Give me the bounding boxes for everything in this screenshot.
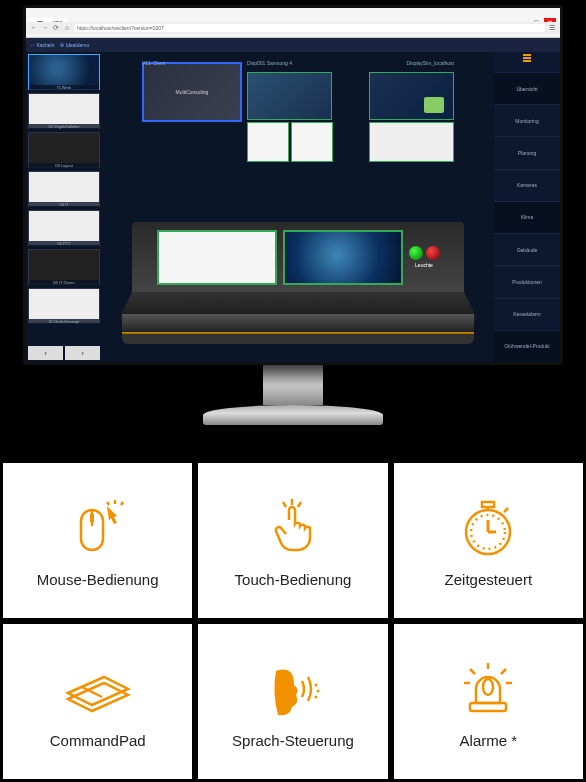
back-icon[interactable]: ← xyxy=(30,24,38,32)
stack-icon xyxy=(523,54,531,56)
sidebar-item-productions[interactable]: Produktionen xyxy=(494,265,560,297)
thumb-next-button[interactable]: › xyxy=(65,346,100,360)
svg-line-23 xyxy=(470,669,475,674)
thumb-item[interactable]: 06 IT Green xyxy=(28,249,100,285)
mouse-icon xyxy=(63,493,133,563)
svg-point-20 xyxy=(483,679,493,695)
monitor-mockup: JPerc XM — □ ✕ ← → ⟳ ⌂ https://localhost… xyxy=(0,0,586,460)
video-wall: V11-Client MultiConsoling Disp001 Samsun… xyxy=(142,62,454,182)
feature-touch: Touch-Bedienung xyxy=(198,463,387,618)
svg-rect-21 xyxy=(470,703,506,711)
thumb-item[interactable]: 03 Layout xyxy=(28,132,100,168)
reload-icon[interactable]: ⟳ xyxy=(52,24,60,32)
thumb-item[interactable]: 04 IT xyxy=(28,171,100,207)
panel-title: V11-Client xyxy=(142,60,165,66)
svg-line-8 xyxy=(298,502,301,507)
display-panel[interactable] xyxy=(247,122,289,162)
control-desk: Leuchte xyxy=(132,222,464,342)
monitor-stand-base xyxy=(203,405,383,425)
voice-icon xyxy=(258,654,328,724)
desk-screen-left[interactable] xyxy=(157,230,277,285)
nav-mode-link[interactable]: ⟱ Idealdemo xyxy=(60,42,89,48)
sidebar-item-climate[interactable]: Klima xyxy=(494,201,560,233)
stack-icon xyxy=(523,57,531,59)
desk-screen-right[interactable] xyxy=(283,230,403,285)
feature-label: Sprach-Steuerung xyxy=(232,732,354,749)
sb-icon-stack xyxy=(494,52,560,72)
desk-monitors: Leuchte xyxy=(132,222,464,292)
sticky-note-icon[interactable] xyxy=(424,97,444,113)
panel-title: Disp001 Samsung 4 xyxy=(247,60,292,66)
sidebar-item-cameras[interactable]: Kameras xyxy=(494,169,560,201)
sidebar-item-overview[interactable]: Übersicht xyxy=(494,72,560,104)
svg-point-17 xyxy=(314,684,317,687)
feature-alarm: Alarme * xyxy=(394,624,583,779)
feature-voice: Sprach-Steuerung xyxy=(198,624,387,779)
svg-line-24 xyxy=(501,669,506,674)
features-grid: Mouse-Bedienung Touch-Bedienung Zeitgest… xyxy=(0,460,586,782)
tablet-stack-icon xyxy=(60,654,136,724)
sidebar-item-alarm[interactable]: Kesselalarm xyxy=(494,298,560,330)
brand-label: MultiConsoling xyxy=(176,89,209,95)
green-light-icon[interactable] xyxy=(409,246,423,260)
stopwatch-icon xyxy=(456,493,520,563)
thumb-item[interactable]: IT-Werk xyxy=(28,54,100,90)
svg-line-15 xyxy=(504,508,508,512)
red-light-icon[interactable] xyxy=(426,246,440,260)
sidebar-item-planning[interactable]: Planung xyxy=(494,136,560,168)
sidebar-item-building[interactable]: Gebäude xyxy=(494,233,560,265)
svg-line-6 xyxy=(283,502,286,507)
workspace: V11-Client MultiConsoling Disp001 Samsun… xyxy=(102,52,494,362)
display-panel[interactable] xyxy=(369,122,454,162)
home-icon[interactable]: ⌂ xyxy=(63,24,71,32)
svg-rect-13 xyxy=(482,502,494,507)
feature-label: Mouse-Bedienung xyxy=(37,571,159,588)
sidebar-left: IT-Werk 02 Vogel-Kollekte 03 Layout 04 I… xyxy=(26,52,102,362)
display-panel[interactable] xyxy=(291,122,333,162)
sidebar-right: Übersicht Monitoring Planung Kameras Kli… xyxy=(494,52,560,362)
feature-label: Alarme * xyxy=(460,732,518,749)
feature-mouse: Mouse-Bedienung xyxy=(3,463,192,618)
app-body: IT-Werk 02 Vogel-Kollekte 03 Layout 04 I… xyxy=(26,52,560,362)
thumb-prev-button[interactable]: ‹ xyxy=(28,346,63,360)
feature-commandpad: CommandPad xyxy=(3,624,192,779)
siren-icon xyxy=(456,654,520,724)
feature-label: CommandPad xyxy=(50,732,146,749)
forward-icon[interactable]: → xyxy=(41,24,49,32)
svg-line-3 xyxy=(107,502,109,505)
app-header: ← Kacheln ⟱ Idealdemo xyxy=(26,38,560,52)
thumb-item[interactable]: 05 PTT xyxy=(28,210,100,246)
browser-toolbar: ← → ⟳ ⌂ https://localhost/wsclient?versi… xyxy=(26,22,560,34)
app-window: ← Kacheln ⟱ Idealdemo IT-Werk 02 Vogel-K… xyxy=(26,38,560,362)
feature-timer: Zeitgesteuert xyxy=(394,463,583,618)
touch-icon xyxy=(261,493,325,563)
url-bar[interactable]: https://localhost/wsclient?version=0207 xyxy=(74,24,545,32)
svg-point-19 xyxy=(314,696,317,699)
monitor-stand-neck xyxy=(263,365,323,405)
desk-base xyxy=(122,314,474,344)
nav-back-link[interactable]: ← Kacheln xyxy=(30,42,54,48)
display-panel[interactable] xyxy=(247,72,332,120)
svg-line-5 xyxy=(121,502,123,505)
indicator-lights: Leuchte xyxy=(409,246,440,268)
thumb-item[interactable]: 07 Desk Konzept xyxy=(28,288,100,324)
thumb-item[interactable]: 02 Vogel-Kollekte xyxy=(28,93,100,129)
monitor-screen: JPerc XM — □ ✕ ← → ⟳ ⌂ https://localhost… xyxy=(23,5,563,365)
sidebar-item-monitoring[interactable]: Monitoring xyxy=(494,104,560,136)
menu-icon[interactable]: ☰ xyxy=(548,24,556,32)
lights-label: Leuchte xyxy=(409,262,440,268)
panel-title: DisplaySim_localhost xyxy=(406,60,454,66)
sidebar-item-product[interactable]: Glühwendel-Produkt xyxy=(494,330,560,362)
main-panel[interactable]: MultiConsoling xyxy=(142,62,242,122)
svg-point-18 xyxy=(316,690,319,693)
feature-label: Zeitgesteuert xyxy=(445,571,533,588)
stack-icon xyxy=(523,60,531,62)
feature-label: Touch-Bedienung xyxy=(235,571,352,588)
